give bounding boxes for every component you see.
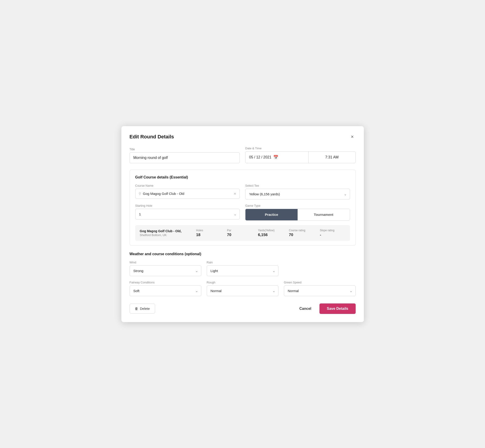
course-name-main: Gog Magog Golf Club - Old,: [140, 229, 191, 233]
fairway-wrap: Dry Normal Soft Wet ⌄: [129, 286, 201, 296]
delete-label: Delete: [140, 307, 150, 311]
course-name-input[interactable]: [143, 192, 232, 196]
course-name-search[interactable]: ⚲ ✕: [135, 189, 240, 199]
course-name-block: Gog Magog Golf Club - Old, Shelford Bott…: [140, 229, 191, 237]
fairway-label: Fairway Conditions: [129, 281, 201, 284]
starting-hole-label: Starting Hole: [135, 204, 240, 207]
save-button[interactable]: Save Details: [319, 304, 356, 314]
cancel-button[interactable]: Cancel: [296, 304, 315, 313]
game-type-group: Game Type Practice Tournament: [245, 204, 350, 221]
holes-value: 18: [196, 233, 200, 237]
course-rating-value: 70: [289, 233, 293, 237]
starting-hole-wrap: 1 2 10 ⌄: [135, 209, 240, 219]
golf-course-section: Golf Course details (Essential) Course N…: [129, 170, 356, 246]
wind-label: Wind: [129, 261, 201, 264]
course-name-label: Course Name: [135, 184, 240, 187]
select-tee-wrap: Yellow (6,156 yards) White (6,400 yards)…: [245, 189, 350, 200]
course-info-row: Gog Magog Golf Club - Old, Shelford Bott…: [135, 225, 350, 241]
modal-footer: 🗑 Delete Cancel Save Details: [129, 304, 356, 314]
starting-hole-group: Starting Hole 1 2 10 ⌄: [135, 204, 240, 221]
rain-dropdown[interactable]: None Light Moderate Heavy: [207, 265, 278, 276]
hole-gametype-row: Starting Hole 1 2 10 ⌄ Game Type Practic…: [135, 204, 350, 221]
slope-rating-label: Slope rating: [320, 229, 334, 232]
rain-wrap: None Light Moderate Heavy ⌄: [207, 265, 278, 276]
rough-label: Rough: [207, 281, 278, 284]
search-icon: ⚲: [139, 192, 141, 196]
par-label: Par: [227, 229, 231, 232]
rough-dropdown[interactable]: Short Normal Long: [207, 286, 278, 296]
course-rating-label: Course rating: [289, 229, 305, 232]
par-value: 70: [227, 233, 231, 237]
delete-button[interactable]: 🗑 Delete: [129, 304, 155, 313]
slope-rating-value: -: [320, 233, 321, 237]
slope-rating-stat: Slope rating -: [320, 229, 345, 237]
edit-round-modal: Edit Round Details × Title Date & Time 0…: [121, 126, 364, 322]
weather-title: Weather and course conditions (optional): [129, 252, 356, 256]
wind-dropdown[interactable]: Calm Light Moderate Strong Very Strong: [129, 265, 201, 276]
footer-right: Cancel Save Details: [296, 304, 356, 314]
modal-header: Edit Round Details ×: [129, 133, 356, 140]
holes-stat: Holes 18: [196, 229, 222, 237]
select-tee-group: Select Tee Yellow (6,156 yards) White (6…: [245, 184, 350, 200]
date-part[interactable]: 05 / 12 / 2021 📅: [245, 152, 308, 163]
game-type-label: Game Type: [245, 204, 350, 207]
green-speed-wrap: Slow Normal Fast Very Fast ⌄: [284, 286, 356, 296]
select-tee-label: Select Tee: [245, 184, 350, 187]
title-field-group: Title: [129, 147, 240, 163]
golf-course-title: Golf Course details (Essential): [135, 175, 350, 179]
rain-group: Rain None Light Moderate Heavy ⌄: [207, 261, 278, 276]
rough-group: Rough Short Normal Long ⌄: [207, 281, 278, 296]
holes-label: Holes: [196, 229, 203, 232]
wind-wrap: Calm Light Moderate Strong Very Strong ⌄: [129, 265, 201, 276]
yards-label: Yards(Yellow): [258, 229, 275, 232]
date-time-row: 05 / 12 / 2021 📅 7:31 AM: [245, 151, 356, 163]
fairway-group: Fairway Conditions Dry Normal Soft Wet ⌄: [129, 281, 201, 296]
fairway-rough-green-row: Fairway Conditions Dry Normal Soft Wet ⌄…: [129, 281, 356, 296]
starting-hole-dropdown[interactable]: 1 2 10: [135, 209, 240, 219]
time-value: 7:31 AM: [325, 155, 339, 159]
wind-group: Wind Calm Light Moderate Strong Very Str…: [129, 261, 201, 276]
course-tee-row: Course Name ⚲ ✕ Select Tee Yellow (6,156…: [135, 184, 350, 200]
modal-title: Edit Round Details: [129, 134, 174, 140]
datetime-field-group: Date & Time 05 / 12 / 2021 📅 7:31 AM: [245, 147, 356, 163]
date-value: 05 / 12 / 2021: [249, 155, 271, 159]
course-name-group: Course Name ⚲ ✕: [135, 184, 240, 200]
datetime-label: Date & Time: [245, 147, 356, 150]
select-tee-dropdown[interactable]: Yellow (6,156 yards) White (6,400 yards)…: [245, 189, 350, 200]
wind-rain-row: Wind Calm Light Moderate Strong Very Str…: [129, 261, 356, 276]
title-input[interactable]: [129, 152, 240, 163]
time-part[interactable]: 7:31 AM: [308, 152, 356, 163]
close-button[interactable]: ×: [349, 133, 356, 140]
calendar-icon: 📅: [273, 155, 278, 160]
course-rating-stat: Course rating 70: [289, 229, 315, 237]
rough-wrap: Short Normal Long ⌄: [207, 286, 278, 296]
title-label: Title: [129, 147, 240, 151]
green-speed-label: Green Speed: [284, 281, 356, 284]
clear-icon[interactable]: ✕: [234, 192, 236, 196]
weather-section: Weather and course conditions (optional)…: [129, 252, 356, 296]
course-location: Shelford Bottom, UK: [140, 233, 191, 237]
par-stat: Par 70: [227, 229, 252, 237]
tournament-button[interactable]: Tournament: [298, 209, 350, 220]
trash-icon: 🗑: [135, 307, 138, 311]
fairway-dropdown[interactable]: Dry Normal Soft Wet: [129, 286, 201, 296]
rain-label: Rain: [207, 261, 278, 264]
yards-stat: Yards(Yellow) 6,156: [258, 229, 283, 237]
game-type-toggle: Practice Tournament: [245, 209, 350, 221]
green-speed-dropdown[interactable]: Slow Normal Fast Very Fast: [284, 286, 356, 296]
green-speed-group: Green Speed Slow Normal Fast Very Fast ⌄: [284, 281, 356, 296]
top-fields: Title Date & Time 05 / 12 / 2021 📅 7:31 …: [129, 147, 356, 163]
practice-button[interactable]: Practice: [245, 209, 298, 220]
yards-value: 6,156: [258, 233, 268, 237]
